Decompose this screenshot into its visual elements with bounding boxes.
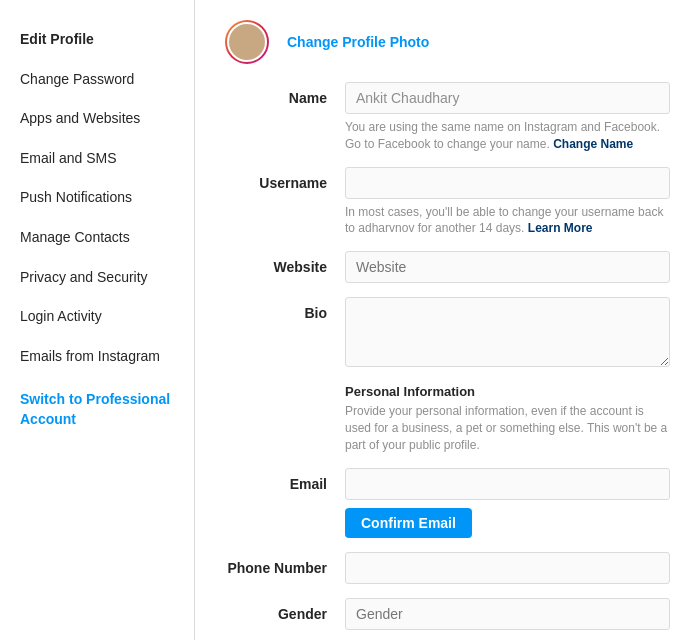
bio-input[interactable]	[345, 297, 670, 367]
email-row: Email Confirm Email	[225, 468, 670, 538]
change-photo-link[interactable]: Change Profile Photo	[287, 34, 429, 50]
username-input[interactable]	[345, 167, 670, 199]
phone-input[interactable]	[345, 552, 670, 584]
phone-content	[345, 552, 670, 584]
personal-info-spacer	[225, 384, 345, 392]
phone-row: Phone Number	[225, 552, 670, 584]
avatar-image	[227, 22, 267, 62]
confirm-email-button[interactable]: Confirm Email	[345, 508, 472, 538]
sidebar-item-email-sms[interactable]: Email and SMS	[0, 139, 194, 179]
website-label: Website	[225, 251, 345, 275]
name-label: Name	[225, 82, 345, 106]
change-name-link[interactable]: Change Name	[553, 137, 633, 151]
profile-photo-row: Change Profile Photo	[225, 20, 670, 64]
username-row: Username In most cases, you'll be able t…	[225, 167, 670, 238]
name-input[interactable]	[345, 82, 670, 114]
gender-label: Gender	[225, 598, 345, 622]
personal-info-row: Personal Information Provide your person…	[225, 384, 670, 453]
sidebar-item-manage-contacts[interactable]: Manage Contacts	[0, 218, 194, 258]
sidebar-item-edit-profile[interactable]: Edit Profile	[0, 20, 194, 60]
sidebar-item-switch-professional[interactable]: Switch to Professional Account	[0, 376, 194, 439]
username-content: In most cases, you'll be able to change …	[345, 167, 670, 238]
personal-info-heading: Personal Information	[345, 384, 670, 399]
bio-content	[345, 297, 670, 370]
name-row: Name You are using the same name on Inst…	[225, 82, 670, 153]
email-input[interactable]	[345, 468, 670, 500]
personal-info-content: Personal Information Provide your person…	[345, 384, 670, 453]
name-hint: You are using the same name on Instagram…	[345, 119, 670, 153]
username-hint: In most cases, you'll be able to change …	[345, 204, 670, 238]
sidebar-item-change-password[interactable]: Change Password	[0, 60, 194, 100]
sidebar-item-privacy-security[interactable]: Privacy and Security	[0, 258, 194, 298]
website-input[interactable]	[345, 251, 670, 283]
sidebar-item-apps-websites[interactable]: Apps and Websites	[0, 99, 194, 139]
sidebar-item-login-activity[interactable]: Login Activity	[0, 297, 194, 337]
website-row: Website	[225, 251, 670, 283]
username-label: Username	[225, 167, 345, 191]
learn-more-link[interactable]: Learn More	[528, 221, 593, 235]
bio-row: Bio	[225, 297, 670, 370]
email-label: Email	[225, 468, 345, 492]
website-content	[345, 251, 670, 283]
sidebar-item-emails-instagram[interactable]: Emails from Instagram	[0, 337, 194, 377]
sidebar-item-push-notifications[interactable]: Push Notifications	[0, 178, 194, 218]
gender-input[interactable]	[345, 598, 670, 630]
avatar[interactable]	[225, 20, 269, 64]
bio-label: Bio	[225, 297, 345, 321]
main-content: Change Profile Photo Name You are using …	[195, 0, 700, 640]
name-content: You are using the same name on Instagram…	[345, 82, 670, 153]
email-content: Confirm Email	[345, 468, 670, 538]
gender-content	[345, 598, 670, 630]
sidebar: Edit Profile Change Password Apps and We…	[0, 0, 195, 640]
personal-info-hint: Provide your personal information, even …	[345, 403, 670, 453]
gender-row: Gender	[225, 598, 670, 630]
phone-label: Phone Number	[225, 552, 345, 576]
